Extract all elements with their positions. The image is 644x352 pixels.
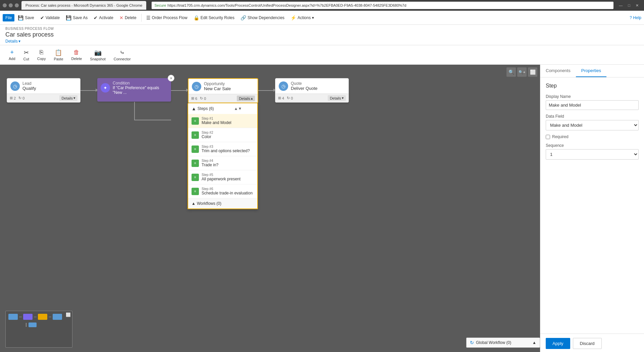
help-button[interactable]: ? Help	[630, 15, 641, 20]
sort-up-icon[interactable]: ▲	[234, 106, 238, 111]
details-link[interactable]: Details ▾	[5, 39, 639, 44]
tab-components[interactable]: Components	[540, 65, 576, 77]
page-title: Car sales process	[5, 31, 639, 38]
cut-button[interactable]: ✂ Cut	[20, 48, 33, 62]
connector-button[interactable]: ⤷ Connector	[110, 48, 134, 62]
delete-action-button[interactable]: 🗑 Delete	[68, 48, 86, 62]
sort-down-icon[interactable]: ▼	[238, 106, 242, 111]
global-workflow-bar[interactable]: ↻ Global Workflow (0) ▲	[466, 338, 540, 348]
zoom-in-button[interactable]: 🔍+	[517, 67, 527, 77]
actions-icon: ⚡	[290, 15, 296, 20]
quote-icon: ◷	[279, 81, 288, 91]
order-icon: ☰	[146, 15, 151, 20]
minimap-expand-icon[interactable]: ⬜	[66, 312, 71, 317]
apply-button[interactable]: Apply	[546, 338, 570, 349]
actions-button[interactable]: ⚡ Actions ▾	[288, 14, 317, 22]
branch-h-line	[134, 120, 171, 120]
tab-properties[interactable]: Properties	[576, 65, 606, 77]
save-icon: 💾	[18, 15, 23, 20]
address-bar[interactable]: Secure https://trial1705.crm.dynamics.co…	[152, 2, 613, 9]
dependencies-icon: 🔗	[240, 15, 246, 20]
condition-node-wrapper: ✦ Condition If "Car Preference" equals "…	[97, 78, 171, 102]
copy-button[interactable]: ⎘ Copy	[34, 48, 49, 62]
details-chevron-icon: ▾	[18, 39, 20, 44]
steps-icon: ⊞	[10, 96, 13, 100]
show-dependencies-button[interactable]: 🔗 Show Dependencies	[238, 14, 287, 22]
display-name-label: Display Name	[546, 94, 639, 99]
step-2-item[interactable]: ≡ Step #2 Color	[188, 128, 257, 142]
snapshot-button[interactable]: 📷 Snapshot	[87, 48, 109, 62]
quote-steps-icon: ⊞	[278, 96, 281, 100]
activate-icon: ✔	[94, 15, 98, 20]
mini-connector-2	[34, 317, 37, 317]
delete-action-icon: 🗑	[73, 49, 79, 56]
add-button[interactable]: + Add	[5, 48, 19, 62]
step-3-info: Step #3 Trim and options selected?	[202, 145, 250, 153]
zoom-out-button[interactable]: 🔍	[506, 67, 516, 77]
paste-icon: 📋	[55, 49, 62, 56]
condition-close-button[interactable]: ✕	[168, 75, 174, 81]
condition-name: If "Car Preference" equals "New ...	[113, 85, 168, 95]
display-name-input[interactable]	[546, 100, 639, 110]
connector-3: ▶	[258, 90, 275, 91]
step-6-item[interactable]: ≡ Step #6 Schedule trade-in evaluation	[188, 184, 257, 198]
validate-button[interactable]: ✔ Validate	[38, 14, 62, 22]
quote-header: ◷ Quote Deliver Quote	[275, 78, 348, 94]
data-field-select[interactable]: Make and Model	[546, 120, 639, 130]
delete-button[interactable]: ✕ Delete	[117, 14, 139, 22]
step-4-info: Step #4 Trade in?	[202, 159, 218, 167]
maximize-icon[interactable]: □	[628, 3, 630, 8]
validate-icon: ✔	[40, 15, 44, 20]
step-5-item[interactable]: ≡ Step #5 All paperwork present	[188, 170, 257, 184]
save-as-button[interactable]: 💾 Save As	[63, 14, 90, 22]
lead-flows-count: ↻ 0	[18, 96, 24, 100]
snapshot-icon: 📷	[94, 49, 102, 56]
step-2-info: Step #2 Color	[202, 131, 213, 139]
quote-node-wrapper: ◷ Quote Deliver Quote ⊞ 4 ↻ 0	[275, 78, 349, 103]
minimize-icon[interactable]: —	[619, 3, 623, 8]
step-1-item[interactable]: ≡ Step #1 Make and Model	[188, 114, 257, 128]
discard-button[interactable]: Discard	[573, 338, 602, 349]
sequence-select[interactable]: 1	[546, 149, 639, 160]
file-button[interactable]: File	[3, 14, 14, 21]
browser-tab[interactable]: Process: Car sales process - Microsoft D…	[21, 1, 146, 10]
global-wf-icon: ↻	[470, 340, 474, 345]
opp-flows-count: ↻ 0	[200, 96, 206, 101]
condition-header: ✦ Condition If "Car Preference" equals "…	[97, 78, 171, 98]
close-icon[interactable]: ✕	[636, 3, 639, 8]
opportunity-icon: ◷	[192, 82, 201, 91]
step-3-item[interactable]: ≡ Step #3 Trim and options selected?	[188, 142, 257, 156]
step-4-name: Trade in?	[202, 163, 218, 167]
add-icon: +	[10, 49, 14, 56]
opportunity-node-wrapper: ◷ Opportunity New Car Sale ⊞ 6 ↻ 0	[188, 78, 258, 103]
step-4-num: Step #4	[202, 159, 218, 163]
lead-stage-header: ◷ Lead Qualify	[7, 78, 80, 94]
data-field-label: Data Field	[546, 114, 639, 119]
minimize-btn[interactable]	[3, 3, 7, 7]
step-6-name: Schedule trade-in evaluation	[202, 191, 253, 195]
step-3-num: Step #3	[202, 145, 250, 149]
lead-details-button[interactable]: Details ▾	[59, 95, 77, 101]
order-process-flow-button[interactable]: ☰ Order Process Flow	[144, 14, 190, 22]
paste-button[interactable]: 📋 Paste	[50, 48, 66, 62]
maximize-btn[interactable]	[9, 3, 13, 7]
activate-button[interactable]: ✔ Activate	[91, 14, 116, 22]
mini-connector-3	[49, 317, 51, 317]
lead-stage-icon: ◷	[10, 81, 20, 91]
quote-details-button[interactable]: Details ▾	[328, 95, 346, 101]
required-checkbox[interactable]	[546, 135, 550, 139]
fit-button[interactable]: ⬜	[528, 67, 537, 77]
edit-security-roles-button[interactable]: 🔒 Edit Security Roles	[191, 14, 237, 22]
actions-dropdown-icon: ▾	[312, 15, 314, 20]
canvas[interactable]: 🔍 🔍+ ⬜ ◷ Lead Qualify	[0, 65, 540, 352]
close-btn[interactable]	[15, 3, 19, 7]
opportunity-details-button[interactable]: Details ▴	[237, 96, 255, 101]
save-button[interactable]: 💾 Save	[15, 14, 37, 22]
quote-footer: ⊞ 4 ↻ 0 Details ▾	[275, 94, 348, 102]
step-4-item[interactable]: ≡ Step #4 Trade in?	[188, 156, 257, 170]
lead-stage-footer: ⊞ 2 ↻ 0 Details ▾	[7, 94, 80, 102]
step-4-icon: ≡	[192, 160, 199, 167]
step-5-name: All paperwork present	[202, 177, 240, 181]
mini-connector-1	[19, 317, 22, 317]
panel-tabs: Components Properties	[540, 65, 644, 77]
